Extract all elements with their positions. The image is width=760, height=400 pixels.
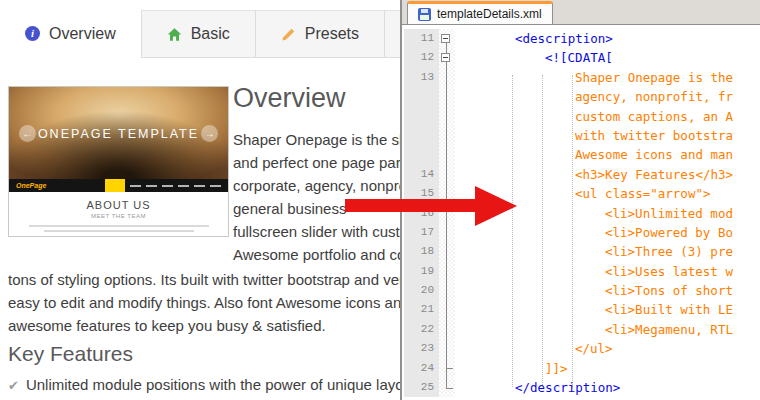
code-text: <li>Unlimited mod: [455, 204, 760, 223]
code-row[interactable]: 15<ul class="arrow">: [404, 184, 760, 203]
tab-basic[interactable]: Basic: [141, 10, 255, 58]
check-icon: ✔: [8, 378, 19, 393]
line-number: 15: [404, 184, 439, 203]
preview-navbar: OnePage: [9, 179, 228, 192]
line-number: 18: [404, 242, 439, 261]
fold-margin: [439, 204, 455, 223]
code-area[interactable]: 11<description>12<![CDATA[13Shaper Onepa…: [404, 29, 760, 397]
code-text: ]]>: [455, 359, 760, 378]
code-text: <ul class="arrow">: [455, 184, 760, 203]
saved-file-icon: [418, 8, 431, 21]
overview-column: Overview Shaper Onepage is the sleand pe…: [233, 83, 411, 266]
preview-text-placeholder: [29, 225, 209, 227]
preview-menu-active-item: [105, 179, 125, 192]
line-number: [404, 107, 439, 126]
feature-list-item: ✔ Unlimited module positions with the po…: [8, 376, 429, 393]
feature-text: Unlimited module positions with the powe…: [26, 376, 429, 393]
code-text: <li>Three (3) pre: [455, 242, 760, 261]
paragraph-line: corporate, agency, nonpro: [233, 174, 411, 197]
preview-logo: OnePage: [16, 179, 46, 192]
line-number: 12: [404, 48, 439, 67]
paragraph-beside-image: Shaper Onepage is the sleand perfect one…: [233, 128, 411, 266]
template-preview-image: ← ONEPAGE TEMPLATE → OnePage ABOUT US ME…: [8, 86, 229, 237]
tab-overview[interactable]: iOverview: [0, 10, 141, 58]
fold-margin: [439, 87, 455, 106]
paragraph-line: tons of styling options. Its built with …: [8, 268, 427, 291]
code-text: with twitter bootstra: [455, 126, 760, 145]
tab-presets[interactable]: Presets: [255, 10, 384, 58]
tab-label: Overview: [49, 25, 116, 43]
code-text: <li>Uses latest w: [455, 262, 760, 281]
code-row[interactable]: 17<li>Powered by Bo: [404, 223, 760, 242]
code-row[interactable]: 20<li>Tons of short: [404, 281, 760, 300]
line-number: 24: [404, 359, 439, 378]
fold-margin: [439, 165, 455, 184]
code-text: <description>: [455, 29, 760, 48]
tab-label: Basic: [191, 25, 230, 43]
code-row[interactable]: 11<description>: [404, 29, 760, 48]
code-row[interactable]: 19<li>Uses latest w: [404, 262, 760, 281]
line-number: 23: [404, 339, 439, 358]
fold-margin: [439, 68, 455, 87]
code-text: Shaper Onepage is the: [455, 68, 760, 87]
code-row[interactable]: 18<li>Three (3) pre: [404, 242, 760, 261]
line-number: 25: [404, 378, 439, 397]
line-number: [404, 87, 439, 106]
paragraph-full-width: tons of styling options. Its built with …: [8, 268, 427, 337]
fold-toggle-icon[interactable]: [441, 34, 450, 43]
code-text: agency, nonprofit, fr: [455, 87, 760, 106]
line-number: [404, 126, 439, 145]
fold-margin: [439, 300, 455, 319]
code-text: <h3>Key Features</h3>: [455, 165, 760, 184]
line-number: 20: [404, 281, 439, 300]
preview-about-title: ABOUT US: [9, 199, 228, 211]
code-row[interactable]: with twitter bootstra: [404, 126, 760, 145]
home-icon: [167, 27, 182, 42]
code-row[interactable]: 24]]>: [404, 359, 760, 378]
code-row[interactable]: Awesome icons and man: [404, 145, 760, 164]
code-row[interactable]: 12<![CDATA[: [404, 48, 760, 67]
fold-margin: [439, 145, 455, 164]
paragraph-line: general business: [233, 197, 411, 220]
code-row[interactable]: 14<h3>Key Features</h3>: [404, 165, 760, 184]
fold-margin: [439, 242, 455, 261]
preview-text-placeholder: [44, 230, 194, 232]
screenshot-root: iOverviewBasicPresetsLayout ← ONEPAGE TE…: [0, 0, 760, 400]
code-row[interactable]: custom captions, an A: [404, 107, 760, 126]
preview-menu: [105, 179, 221, 192]
code-text: <li>Powered by Bo: [455, 223, 760, 242]
preview-hero-title: ONEPAGE TEMPLATE: [9, 127, 228, 141]
code-text: Awesome icons and man: [455, 145, 760, 164]
fold-margin: [439, 107, 455, 126]
line-number: 13: [404, 68, 439, 87]
info-circle-icon: i: [25, 26, 40, 41]
editor-tab-title: templateDetails.xml: [437, 7, 542, 21]
code-row[interactable]: 21<li>Built with LE: [404, 300, 760, 319]
code-editor-window: templateDetails.xml 11<description>12<![…: [400, 0, 760, 400]
key-features-heading: Key Features: [8, 342, 133, 366]
code-text: <li>Megamenu, RTL: [455, 320, 760, 339]
code-row[interactable]: 16<li>Unlimited mod: [404, 204, 760, 223]
code-row[interactable]: 13Shaper Onepage is the: [404, 68, 760, 87]
code-text: </description>: [455, 378, 760, 397]
paragraph-line: awesome features to keep you busy & sati…: [8, 314, 427, 337]
code-row[interactable]: 22<li>Megamenu, RTL: [404, 320, 760, 339]
code-row[interactable]: 25</description>: [404, 378, 760, 397]
line-number: 14: [404, 165, 439, 184]
paragraph-line: and perfect one page para: [233, 151, 411, 174]
editor-tab-templatedetails[interactable]: templateDetails.xml: [407, 1, 553, 24]
slider-next-icon: →: [201, 125, 218, 142]
fold-margin: [439, 359, 455, 378]
fold-margin[interactable]: [439, 29, 455, 48]
line-number: 16: [404, 204, 439, 223]
pencil-icon: [281, 27, 296, 42]
fold-toggle-icon[interactable]: [441, 53, 450, 62]
code-row[interactable]: agency, nonprofit, fr: [404, 87, 760, 106]
preview-about-subtitle: MEET THE TEAM: [9, 213, 228, 219]
fold-margin: [439, 223, 455, 242]
fold-margin: [439, 339, 455, 358]
paragraph-line: Awesome portfolio and cor: [233, 243, 411, 266]
editor-body[interactable]: 11<description>12<![CDATA[13Shaper Onepa…: [404, 26, 760, 400]
fold-margin[interactable]: [439, 48, 455, 67]
code-row[interactable]: 23</ul>: [404, 339, 760, 358]
